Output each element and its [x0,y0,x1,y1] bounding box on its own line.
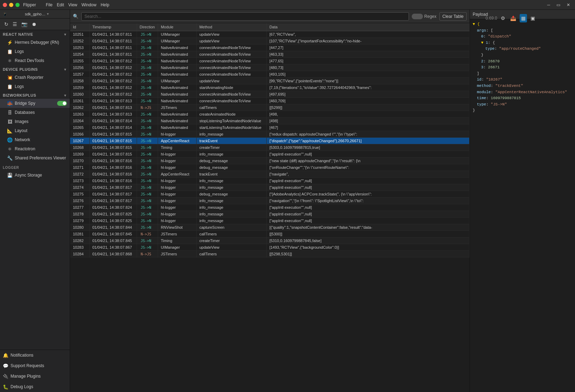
table-row[interactable]: 10266 01/04/21, 14:38:07.815 JS->N hl-lo… [70,131,470,138]
sidebar-item-debug-logs[interactable]: 🐛 Debug Logs [0,381,70,392]
table-row[interactable]: 10281 01/04/21, 14:38:07.845 N->JS JSTim… [70,231,470,238]
sidebar-item-notifications[interactable]: 🔔 Notifications [0,350,70,360]
table-row[interactable]: 10264 01/04/21, 14:38:07.814 JS->N Nativ… [70,118,470,124]
cell-id: 10255 [70,58,89,64]
table-row[interactable]: 10284 01/04/21, 14:38:07.868 N->JS JSTim… [70,251,470,257]
cell-module: AppCenterReact [158,138,196,144]
screenshot-button[interactable]: 📷 [20,20,29,28]
table-row[interactable]: 10270 01/04/21, 14:38:07.816 JS->N hl-lo… [70,158,470,164]
table-row[interactable]: 10267 01/04/21, 14:38:07.815 JS->N AppCe… [70,138,470,144]
cell-data: ["onRouteChange"","{\n \"currentRouteNam… [266,164,469,171]
sidebar-item-layout[interactable]: 📐 Layout [0,126,70,135]
menu-help[interactable]: Help [101,2,109,7]
sidebar-item-async-storage[interactable]: 💾 Async Storage [0,171,70,180]
menu-window[interactable]: Window [82,2,97,7]
minimize-button[interactable] [9,3,13,7]
table-row[interactable]: 10259 01/04/21, 14:38:07.812 JS->N Nativ… [70,84,470,91]
close-button[interactable] [3,3,7,7]
cell-data: [[5300]] [266,231,469,238]
table-wrapper: 🔍 Regex Clear Table Id Timestamp [70,10,575,392]
table-row[interactable]: 10277 01/04/21, 14:38:07.824 JS->N hl-lo… [70,204,470,211]
regex-label: Regex [424,14,437,19]
table-row[interactable]: 10271 01/04/21, 14:38:07.816 JS->N hl-lo… [70,164,470,171]
regex-switch[interactable] [412,14,423,19]
table-row[interactable]: 10283 01/04/21, 14:38:07.867 JS->N UIMan… [70,244,470,251]
sidebar-item-crash-reporter[interactable]: 💥 Crash Reporter [0,73,70,82]
sidebar-item-shared-prefs[interactable]: 🔧 Shared Preferences Viewer [0,153,70,163]
table-row[interactable]: 10278 01/04/21, 14:38:07.825 JS->N hl-lo… [70,211,470,218]
table-row[interactable]: 10274 01/04/21, 14:38:07.817 JS->N hl-lo… [70,184,470,191]
export-button[interactable]: 📤 [509,14,518,22]
layout2-button[interactable]: ▣ [529,14,536,22]
table-row[interactable]: 10255 01/04/21, 14:38:07.812 JS->N Nativ… [70,58,470,64]
crash-reporter-icon: 💥 [7,75,13,80]
sidebar-item-hermes[interactable]: ⚡ Hermes Debugger (RN) [0,38,70,47]
table-row[interactable]: 10256 01/04/21, 14:38:07.812 JS->N Nativ… [70,64,470,71]
bridge-spy-toggle[interactable] [57,101,67,106]
table-row[interactable]: 10254 01/04/21, 14:38:07.811 JS->N Nativ… [70,51,470,58]
react-native-label: React Native [3,32,63,36]
sidebar-item-reactotron[interactable]: ⚛ Reactotron [0,144,70,153]
table-row[interactable]: 10253 01/04/21, 14:38:07.811 JS->N Nativ… [70,44,470,51]
clear-table-button[interactable]: Clear Table [439,12,467,21]
settings-button[interactable]: ⚙ [499,14,507,22]
table-row[interactable]: 10252 01/04/21, 14:38:07.811 JS->N UIMan… [70,38,470,44]
table-row[interactable]: 10260 01/04/21, 14:38:07.812 JS->N Nativ… [70,91,470,98]
table-row[interactable]: 10258 01/04/21, 14:38:07.812 JS->N UIMan… [70,78,470,84]
device-selector[interactable]: 📱 sdk_gphone_x86_64 ▼ [0,10,70,19]
restore-win-button[interactable]: ▭ [554,2,562,8]
table-row[interactable]: 10261 01/04/21, 14:38:07.813 JS->N Nativ… [70,98,470,104]
sidebar-item-support-requests[interactable]: 💬 Support Requests [0,360,70,371]
cell-timestamp: 01/04/21, 14:38:07.814 [89,118,137,124]
cell-data: [498, [266,111,469,118]
react-native-header[interactable]: React Native ▼ [0,30,70,38]
table-row[interactable]: 10273 01/04/21, 14:38:07.816 JS->N hl-lo… [70,178,470,184]
table-row[interactable]: 10268 01/04/21, 14:38:07.815 JS->N Timin… [70,144,470,151]
minimize-win-button[interactable]: ─ [545,2,552,8]
table-row[interactable]: 10282 01/04/21, 14:38:07.845 JS->N Timin… [70,238,470,244]
bizworksplus-header[interactable]: BizWorksPlus ▼ [0,91,70,99]
table-row[interactable]: 10265 01/04/21, 14:38:07.814 JS->N Nativ… [70,124,470,131]
table-row[interactable]: 10257 01/04/21, 14:38:07.812 JS->N Nativ… [70,71,470,78]
cell-module: hl-logger [158,184,196,191]
layout-label: Layout [15,128,67,133]
list-button[interactable]: ☰ [11,20,19,28]
cell-method: info_message [196,204,266,211]
table-row[interactable]: 10276 01/04/21, 14:38:07.817 JS->N hl-lo… [70,198,470,204]
table-row[interactable]: 10269 01/04/21, 14:38:07.815 JS->N hl-lo… [70,151,470,158]
sidebar-item-bridge-spy[interactable]: 🌉 Bridge Spy [0,99,70,108]
debug-logs-label: Debug Logs [11,384,33,389]
sidebar-item-logs-dev[interactable]: 📋 Logs [0,82,70,91]
maximize-button[interactable] [15,3,20,7]
table-header: Id Timestamp Direction Module Method Dat… [70,23,470,31]
table-row[interactable]: 10272 01/04/21, 14:38:07.816 JS->N AppCe… [70,171,470,178]
device-plugins-header[interactable]: DEVICE PLUGINS ▼ [0,65,70,73]
sidebar-item-images[interactable]: 🖼 Images [0,117,70,126]
table-container[interactable]: Id Timestamp Direction Module Method Dat… [70,23,470,392]
layout1-button[interactable]: ▦ [520,14,527,22]
sidebar-item-react-devtools[interactable]: ⚛ React DevTools [0,56,70,65]
cell-direction: JS->N [137,191,158,198]
table-row[interactable]: 10279 01/04/21, 14:38:07.825 JS->N hl-lo… [70,218,470,224]
payload-content: ▼ {args: [0: "dispatch"▼ 1: {type: "app/… [470,19,575,392]
refresh-button[interactable]: ↻ [3,20,10,28]
table-row[interactable]: 10275 01/04/21, 14:38:07.817 JS->N hl-lo… [70,191,470,198]
menu-edit[interactable]: Edit [57,2,64,7]
sidebar-item-logs-rn[interactable]: 📋 Logs [0,47,70,56]
payload-line: id: "10267" [473,77,572,83]
table-row[interactable]: 10262 01/04/21, 14:38:07.813 N->JS JSTim… [70,104,470,111]
cell-id: 10273 [70,178,89,184]
search-input[interactable] [81,12,409,21]
table-row[interactable]: 10263 01/04/21, 14:38:07.813 JS->N Nativ… [70,111,470,118]
cell-data: [{"quality":1,"snapshotContentContainer"… [266,224,469,231]
menu-view[interactable]: View [68,2,77,7]
sidebar-item-network[interactable]: 🌐 Network [0,135,70,144]
sidebar-item-databases[interactable]: 🗄 Databases [0,108,70,117]
cell-method: connectAnimatedNodeToView [196,44,266,51]
sidebar-item-manage-plugins[interactable]: 🔌 Manage Plugins [0,371,70,381]
table-row[interactable]: 10280 01/04/21, 14:38:07.844 JS->N RNVie… [70,224,470,231]
close-win-button[interactable]: ✕ [564,2,572,8]
table-row[interactable]: 10251 01/04/21, 14:38:07.811 JS->N UIMan… [70,31,470,38]
menu-file[interactable]: File [46,2,53,7]
record-button[interactable]: ⏺ [30,20,38,28]
